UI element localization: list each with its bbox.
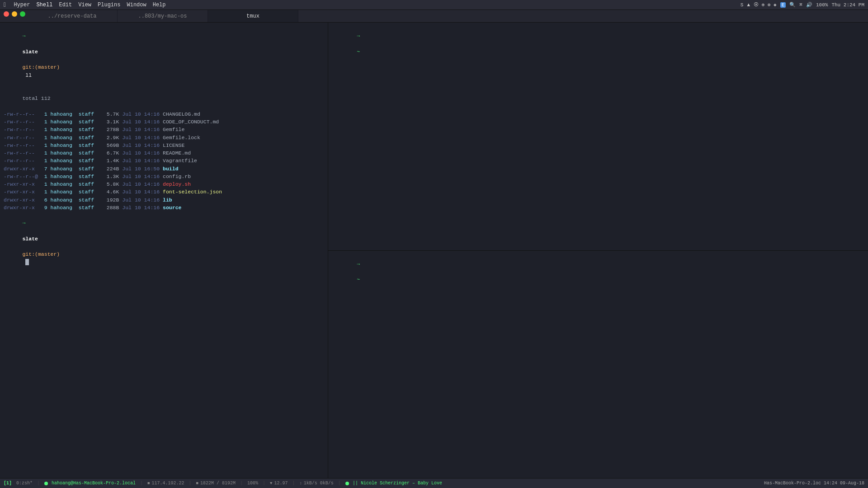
file-row-10: -rwxr-xr-x 1 hahoang staff 4.6K Jul 10 1… xyxy=(4,188,324,196)
command-ll: ll xyxy=(22,72,32,78)
status-bar: [1] 0:zsh* | hahoang@Has-MacBook-Pro-2.l… xyxy=(0,478,868,488)
status-ip: ■ 117.4.192.22 xyxy=(147,481,184,486)
menubar-misc-icons: ⦿ ⊕ ⊗ ◈ xyxy=(754,2,777,8)
file-row-11: drwxr-xr-x 6 hahoang staff 192B Jul 10 1… xyxy=(4,196,324,204)
window-close-button[interactable] xyxy=(4,11,9,17)
file-row-4: -rw-r--r-- 1 hahoang staff 569B Jul 10 1… xyxy=(4,141,324,149)
menu-plugins[interactable]: Plugins xyxy=(98,2,120,8)
repo-name: slate xyxy=(22,49,38,55)
menubar-right: S ▲ ⦿ ⊕ ⊗ ◈ E 🔍 ⌘ 🔊 100% Thu 2:24 PM xyxy=(741,2,864,8)
file-row-1: -rw-r--r-- 1 hahoang staff 3.1K Jul 10 1… xyxy=(4,118,324,126)
pane-left-space2 xyxy=(22,56,25,62)
menubar-skype-icon: S xyxy=(741,2,744,8)
status-hostname: hahoang@Has-MacBook-Pro-2.local xyxy=(44,481,136,486)
right-top-arrow: → xyxy=(357,33,360,39)
file-row-7: drwxr-xr-x 7 hahoang staff 224B Jul 10 1… xyxy=(4,165,324,173)
menubar:  Hyper Shell Edit View Plugins Window H… xyxy=(0,0,868,10)
main-content: → slate git:(master) ll total 112 -rw-r-… xyxy=(0,23,868,478)
right-bottom-tilde: ~ xyxy=(357,277,360,282)
window-maximize-button[interactable] xyxy=(20,11,25,17)
apple-menu[interactable]:  xyxy=(4,1,7,9)
terminal-pane-right-top[interactable]: → ~ xyxy=(328,23,868,251)
menubar-volume-icon: 🔊 xyxy=(806,2,812,8)
status-upload: ↕ 1kB/s 0kB/s xyxy=(299,481,333,486)
menubar-battery: 100% xyxy=(816,2,828,8)
status-right-info: Has-MacBook-Pro-2.loc 14:24 09-Aug-18 xyxy=(764,481,864,486)
file-row-9: -rwxr-xr-x 1 hahoang staff 5.8K Jul 10 1… xyxy=(4,180,324,188)
total-line: total 112 xyxy=(4,87,324,110)
status-memory: ■ 1822M / 8192M xyxy=(196,481,236,486)
prompt-arrow-2: → xyxy=(22,220,25,226)
menubar-search-icon[interactable]: 🔍 xyxy=(789,2,796,8)
total-text: total 112 xyxy=(22,95,50,101)
menu-help[interactable]: Help xyxy=(153,2,166,8)
terminal-pane-right-bottom[interactable]: → ~ xyxy=(328,251,868,479)
terminal-pane-right: → ~ → ~ xyxy=(328,23,868,478)
menubar-wifi-icon: ⌘ xyxy=(799,2,802,8)
prompt-line-2: → slate git:(master) xyxy=(4,211,324,274)
tab-bar: ../reserve-data ..803/my-mac-os tmux xyxy=(0,10,868,23)
file-row-2: -rw-r--r-- 1 hahoang staff 278B Jul 10 1… xyxy=(4,126,324,133)
pane-left-space xyxy=(22,41,28,47)
menu-window[interactable]: Window xyxy=(127,2,146,8)
file-row-3: -rw-r--r-- 1 hahoang staff 2.9K Jul 10 1… xyxy=(4,134,324,141)
menubar-e-icon: E xyxy=(780,2,786,8)
cursor-left xyxy=(25,259,29,265)
git-branch: git:(master) xyxy=(22,64,60,70)
git-branch-2: git:(master) xyxy=(22,251,60,257)
menu-edit[interactable]: Edit xyxy=(59,2,72,8)
right-top-tilde: ~ xyxy=(357,49,360,55)
right-bottom-prompt: → ~ xyxy=(332,253,864,291)
window-minimize-button[interactable] xyxy=(12,11,17,17)
menu-view[interactable]: View xyxy=(78,2,91,8)
file-row-0: -rw-r--r-- 1 hahoang staff 5.7K Jul 10 1… xyxy=(4,110,324,118)
file-row-6: -rw-r--r-- 1 hahoang staff 1.4K Jul 10 1… xyxy=(4,157,324,164)
menubar-dropbox-icon: ▲ xyxy=(747,2,750,8)
menubar-datetime: Thu 2:24 PM xyxy=(831,2,864,8)
prompt-line-1: → slate git:(master) ll xyxy=(4,24,324,87)
status-network: ▼ 12.97 xyxy=(270,481,288,486)
status-music: || Nicole Scherzinger – Baby Love xyxy=(345,481,442,486)
tmux-window: 0:zsh* xyxy=(16,481,33,486)
right-bottom-arrow: → xyxy=(357,261,360,267)
repo-name-2: slate xyxy=(22,236,38,242)
terminal-pane-left[interactable]: → slate git:(master) ll total 112 -rw-r-… xyxy=(0,23,328,478)
file-row-8: -rw-r--r--@ 1 hahoang staff 1.3K Jul 10 … xyxy=(4,173,324,180)
tab-my-mac-os[interactable]: ..803/my-mac-os xyxy=(118,10,208,22)
menu-shell[interactable]: Shell xyxy=(36,2,52,8)
file-row-12: drwxr-xr-x 9 hahoang staff 288B Jul 10 1… xyxy=(4,204,324,211)
tab-reserve-data[interactable]: ../reserve-data xyxy=(27,10,118,22)
right-top-prompt: → ~ xyxy=(332,24,864,63)
tab-tmux[interactable]: tmux xyxy=(208,10,298,22)
file-row-5: -rw-r--r-- 1 hahoang staff 6.7K Jul 10 1… xyxy=(4,149,324,157)
tmux-index: [1] xyxy=(4,481,12,486)
menu-hyper[interactable]: Hyper xyxy=(14,2,30,8)
status-battery: 100% xyxy=(247,481,258,486)
prompt-arrow-1: → xyxy=(22,33,25,39)
